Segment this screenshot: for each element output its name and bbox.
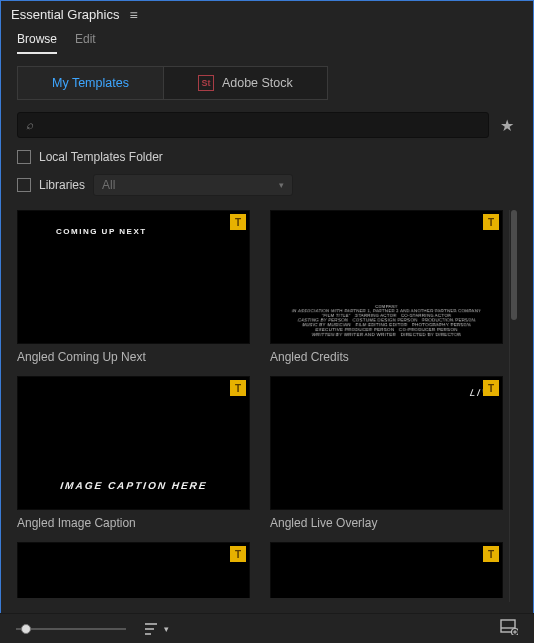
panel-menu-icon[interactable]: ≡	[129, 8, 137, 22]
template-card[interactable]: LIVE T Angled Live Overlay	[270, 376, 503, 530]
tab-browse[interactable]: Browse	[17, 32, 57, 54]
template-grid: COMING UP NEXT T Angled Coming Up Next C…	[17, 206, 503, 598]
chevron-down-icon: ▾	[164, 624, 169, 634]
template-title: Angled Credits	[270, 350, 503, 364]
template-thumbnail: T	[17, 542, 250, 598]
my-templates-button[interactable]: My Templates	[18, 67, 163, 99]
panel-header: Essential Graphics ≡	[1, 1, 533, 26]
libraries-dropdown[interactable]: All ▾	[93, 174, 293, 196]
new-item-button[interactable]	[500, 619, 518, 638]
template-card[interactable]: T	[270, 542, 503, 598]
search-input[interactable]	[33, 118, 480, 132]
type-badge-icon: T	[230, 546, 246, 562]
libraries-checkbox[interactable]	[17, 178, 31, 192]
template-title: Angled Live Overlay	[270, 516, 503, 530]
search-box[interactable]: ⌕	[17, 112, 489, 138]
libraries-label: Libraries	[39, 178, 85, 192]
slider-handle[interactable]	[21, 624, 31, 634]
template-card[interactable]: COMING UP NEXT T Angled Coming Up Next	[17, 210, 250, 364]
adobe-stock-label: Adobe Stock	[222, 76, 293, 90]
local-folder-checkbox[interactable]	[17, 150, 31, 164]
thumbnail-overlay: IMAGE CAPTION HERE	[59, 480, 207, 491]
sort-icon	[144, 622, 160, 636]
template-thumbnail: LIVE T	[270, 376, 503, 510]
adobe-stock-button[interactable]: St Adobe Stock	[163, 67, 327, 99]
template-thumbnail: IMAGE CAPTION HERE T	[17, 376, 250, 510]
template-title: Angled Coming Up Next	[17, 350, 250, 364]
template-title: Angled Image Caption	[17, 516, 250, 530]
chevron-down-icon: ▾	[279, 180, 284, 190]
tab-bar: Browse Edit	[1, 26, 533, 54]
template-card[interactable]: T	[17, 542, 250, 598]
template-card[interactable]: IMAGE CAPTION HERE T Angled Image Captio…	[17, 376, 250, 530]
panel-title: Essential Graphics	[11, 7, 119, 22]
template-thumbnail: COMING UP NEXT T	[17, 210, 250, 344]
source-toggle: My Templates St Adobe Stock	[17, 66, 328, 100]
type-badge-icon: T	[483, 214, 499, 230]
libraries-dropdown-value: All	[102, 178, 115, 192]
type-badge-icon: T	[230, 380, 246, 396]
type-badge-icon: T	[483, 546, 499, 562]
template-thumbnail: COMPANY IN ASSOCIATION WITH PARTNER 1, P…	[270, 210, 503, 344]
sort-button[interactable]: ▾	[144, 622, 169, 636]
template-thumbnail: T	[270, 542, 503, 598]
favorites-icon[interactable]: ★	[497, 116, 517, 135]
search-icon: ⌕	[26, 118, 33, 132]
my-templates-label: My Templates	[52, 76, 129, 90]
scrollbar-thumb[interactable]	[511, 210, 517, 320]
panel-footer: ▾	[0, 613, 534, 643]
type-badge-icon: T	[230, 214, 246, 230]
template-card[interactable]: COMPANY IN ASSOCIATION WITH PARTNER 1, P…	[270, 210, 503, 364]
new-item-icon	[500, 619, 518, 635]
adobe-stock-icon: St	[198, 75, 214, 91]
thumbnail-overlay: COMPANY IN ASSOCIATION WITH PARTNER 1, P…	[271, 305, 502, 337]
thumbnail-overlay: COMING UP NEXT	[56, 227, 147, 236]
local-folder-label: Local Templates Folder	[39, 150, 163, 164]
thumbnail-size-slider[interactable]	[16, 628, 126, 630]
type-badge-icon: T	[483, 380, 499, 396]
tab-edit[interactable]: Edit	[75, 32, 96, 54]
scrollbar[interactable]	[509, 210, 517, 602]
